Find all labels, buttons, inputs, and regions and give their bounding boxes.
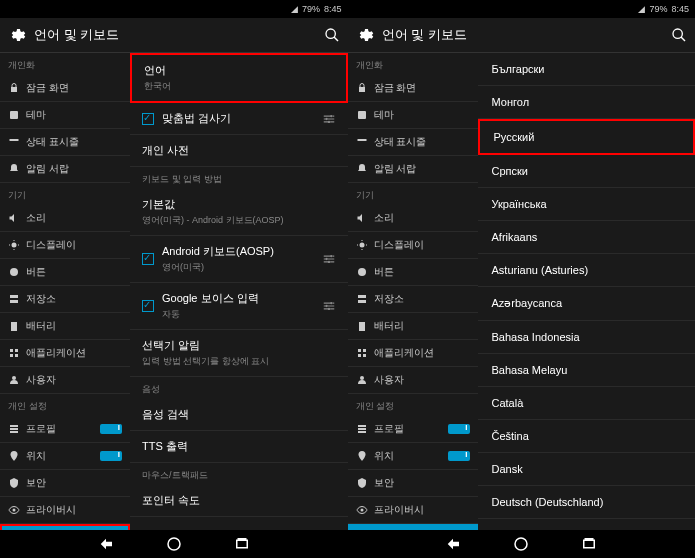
- sidebar-item-location[interactable]: 위치: [0, 443, 130, 470]
- sidebar-item-display[interactable]: 디스플레이: [0, 232, 130, 259]
- language-item[interactable]: Čeština: [478, 420, 696, 453]
- sidebar-right[interactable]: 개인화잠금 화면테마상태 표시줄알림 서랍기기소리디스플레이버튼저장소배터리애플…: [348, 53, 478, 530]
- svg-rect-51: [358, 431, 366, 433]
- search-icon[interactable]: [324, 27, 340, 43]
- language-item[interactable]: Azərbaycanca: [478, 287, 696, 321]
- status-icon: [8, 136, 20, 148]
- checkbox[interactable]: [142, 300, 154, 312]
- home-button[interactable]: [165, 535, 183, 553]
- sidebar-item-profile[interactable]: 프로필: [348, 416, 478, 443]
- sidebar-item-bell[interactable]: 알림 서랍: [0, 156, 130, 183]
- time-text: 8:45: [671, 4, 689, 14]
- sidebar-item-display[interactable]: 디스플레이: [348, 232, 478, 259]
- settings-panel[interactable]: 언어한국어맞춤법 검사기개인 사전키보드 및 입력 방법기본값영어(미국) - …: [130, 53, 348, 530]
- language-item[interactable]: Bahasa Melayu: [478, 354, 696, 387]
- settings-item[interactable]: 음성 검색: [130, 399, 348, 431]
- svg-rect-50: [358, 428, 366, 430]
- sidebar-left[interactable]: 개인화잠금 화면테마상태 표시줄알림 서랍기기소리디스플레이버튼저장소배터리애플…: [0, 53, 130, 530]
- language-item[interactable]: Deutsch (Deutschland): [478, 486, 696, 519]
- svg-point-18: [13, 509, 16, 512]
- settings-item[interactable]: 개인 사전: [130, 135, 348, 167]
- checkbox[interactable]: [142, 253, 154, 265]
- sidebar-item-bell[interactable]: 알림 서랍: [348, 156, 478, 183]
- sidebar-item-battery[interactable]: 배터리: [0, 313, 130, 340]
- users-icon: [356, 374, 368, 386]
- settings-slider-icon[interactable]: [322, 299, 336, 313]
- back-button[interactable]: [97, 535, 115, 553]
- language-item[interactable]: Українська: [478, 188, 696, 221]
- sidebar-item-lock[interactable]: 잠금 화면: [348, 75, 478, 102]
- settings-slider-icon[interactable]: [322, 112, 336, 126]
- sidebar-item-lock[interactable]: 잠금 화면: [0, 75, 130, 102]
- sidebar-item-privacy[interactable]: 프라이버시: [348, 497, 478, 524]
- sidebar-item-users[interactable]: 사용자: [0, 367, 130, 394]
- users-icon: [8, 374, 20, 386]
- sidebar-item-button[interactable]: 버튼: [0, 259, 130, 286]
- sidebar-item-sound[interactable]: 소리: [348, 205, 478, 232]
- sidebar-item-apps[interactable]: 애플리케이션: [0, 340, 130, 367]
- language-item[interactable]: Afrikaans: [478, 221, 696, 254]
- svg-rect-36: [359, 87, 365, 92]
- language-item[interactable]: Монгол: [478, 86, 696, 119]
- sidebar-item-apps[interactable]: 애플리케이션: [348, 340, 478, 367]
- sidebar-item-sound[interactable]: 소리: [0, 205, 130, 232]
- svg-point-56: [515, 538, 527, 550]
- toggle-switch[interactable]: [448, 424, 470, 434]
- svg-rect-10: [10, 349, 13, 352]
- search-icon[interactable]: [671, 27, 687, 43]
- settings-item[interactable]: 포인터 속도: [130, 485, 348, 517]
- language-item[interactable]: Català: [478, 387, 696, 420]
- item-title: 음성 검색: [142, 407, 336, 422]
- recent-button[interactable]: [580, 535, 598, 553]
- language-item[interactable]: Asturianu (Asturies): [478, 254, 696, 287]
- settings-item[interactable]: 기본값영어(미국) - Android 키보드(AOSP): [130, 189, 348, 236]
- svg-point-40: [358, 268, 366, 276]
- settings-item[interactable]: 맞춤법 검사기: [130, 103, 348, 135]
- svg-rect-41: [358, 295, 366, 298]
- language-item[interactable]: Български: [478, 53, 696, 86]
- svg-point-48: [360, 376, 364, 380]
- sidebar-item-storage[interactable]: 저장소: [0, 286, 130, 313]
- toggle-switch[interactable]: [100, 424, 122, 434]
- language-list[interactable]: БългарскиМонголРусскийСрпскиУкраїнськаAf…: [478, 53, 696, 530]
- language-item[interactable]: Српски: [478, 155, 696, 188]
- sidebar-item-security[interactable]: 보안: [0, 470, 130, 497]
- sidebar-item-button[interactable]: 버튼: [348, 259, 478, 286]
- sidebar-item-status[interactable]: 상태 표시줄: [348, 129, 478, 156]
- sidebar-item-theme[interactable]: 테마: [0, 102, 130, 129]
- settings-item[interactable]: Android 키보드(AOSP)영어(미국): [130, 236, 348, 283]
- settings-item[interactable]: TTS 출력: [130, 431, 348, 463]
- sidebar-item-label: 애플리케이션: [26, 346, 122, 360]
- sidebar-item-status[interactable]: 상태 표시줄: [0, 129, 130, 156]
- svg-point-25: [330, 255, 332, 257]
- sidebar-item-theme[interactable]: 테마: [348, 102, 478, 129]
- back-button[interactable]: [444, 535, 462, 553]
- toggle-switch[interactable]: [100, 451, 122, 461]
- language-item[interactable]: Deutsch (Liechtenstein): [478, 519, 696, 530]
- svg-rect-42: [358, 300, 366, 303]
- apps-icon: [8, 347, 20, 359]
- svg-rect-47: [363, 354, 366, 357]
- settings-item[interactable]: 언어한국어: [130, 53, 348, 103]
- language-item[interactable]: Русский: [478, 119, 696, 155]
- sidebar-item-profile[interactable]: 프로필: [0, 416, 130, 443]
- sidebar-item-storage[interactable]: 저장소: [348, 286, 478, 313]
- language-item[interactable]: Dansk: [478, 453, 696, 486]
- sidebar-item-location[interactable]: 위치: [348, 443, 478, 470]
- toggle-switch[interactable]: [448, 451, 470, 461]
- svg-point-26: [325, 258, 327, 260]
- svg-rect-4: [10, 139, 19, 141]
- sidebar-item-label: 프라이버시: [26, 503, 122, 517]
- settings-item[interactable]: Google 보이스 입력자동: [130, 283, 348, 330]
- sidebar-item-battery[interactable]: 배터리: [348, 313, 478, 340]
- sidebar-item-users[interactable]: 사용자: [348, 367, 478, 394]
- language-item[interactable]: Bahasa Indonesia: [478, 321, 696, 354]
- sidebar-item-privacy[interactable]: 프라이버시: [0, 497, 130, 524]
- settings-slider-icon[interactable]: [322, 252, 336, 266]
- settings-item[interactable]: 선택기 알림입력 방법 선택기를 항상에 표시: [130, 330, 348, 377]
- recent-button[interactable]: [233, 535, 251, 553]
- checkbox[interactable]: [142, 113, 154, 125]
- sidebar-item-security[interactable]: 보안: [348, 470, 478, 497]
- item-subtitle: 한국어: [144, 80, 334, 93]
- home-button[interactable]: [512, 535, 530, 553]
